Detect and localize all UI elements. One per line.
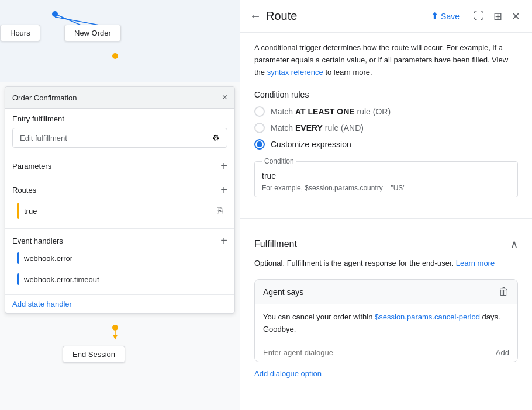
radio-label-3: Customize expression (271, 140, 351, 149)
edit-fulfillment-label: Edit fulfillment (20, 134, 67, 143)
bottom-flow: End Session (0, 318, 240, 365)
end-session-node[interactable]: End Session (63, 346, 125, 363)
new-order-node[interactable]: New Order (64, 25, 121, 41)
routes-section: Routes + true ⎘ (5, 178, 234, 229)
condition-rules-group: Match AT LEAST ONE rule (OR) Match EVERY… (254, 106, 518, 150)
save-label: Save (441, 12, 460, 21)
event-indicator-2 (17, 273, 19, 285)
order-confirmation-panel: Order Confirmation × Entry fulfillment E… (5, 86, 235, 314)
fulfillment-title: Fulfillment (254, 239, 297, 249)
fulfillment-header: Fulfillment ∧ (254, 238, 518, 251)
add-state-handler-button[interactable]: Add state handler (5, 295, 234, 313)
route-title: Route (266, 9, 424, 23)
webhook-error-text: webhook.error (24, 254, 72, 263)
event-handlers-section: Event handlers + webhook.error webhook.e… (5, 229, 234, 295)
session-param: $session.params.cancel-period (375, 312, 480, 321)
fulfillment-section: Fulfillment ∧ Optional. Fulfillment is t… (240, 228, 532, 387)
syntax-reference-link[interactable]: syntax reference (267, 68, 323, 77)
route-text: true (24, 207, 217, 216)
parameters-title: Parameters (12, 162, 51, 171)
condition-hint: For example, $session.params.country = "… (262, 184, 510, 192)
radio-label-1: Match AT LEAST ONE rule (OR) (271, 107, 391, 116)
webhook-error-timeout-text: webhook.error.timeout (24, 275, 99, 284)
back-button[interactable]: ← (250, 9, 261, 23)
save-button[interactable]: ⬆ Save (424, 7, 467, 25)
webhook-error-timeout-item[interactable]: webhook.error.timeout (12, 270, 227, 289)
routes-title: Routes (12, 186, 36, 194)
parameters-header[interactable]: Parameters + (12, 160, 227, 172)
panel-title: Order Confirmation (12, 93, 77, 102)
add-parameter-button[interactable]: + (220, 160, 227, 172)
close-icon[interactable]: ✕ (509, 8, 523, 25)
trash-icon[interactable]: 🗑 (499, 286, 509, 298)
grid-icon[interactable]: ⊞ (491, 8, 505, 25)
radio-circle-3[interactable] (254, 139, 265, 150)
condition-rules-label: Condition rules (254, 90, 518, 99)
route-item[interactable]: true ⎘ (12, 199, 227, 223)
add-dialogue-option-button[interactable]: Add dialogue option (254, 369, 322, 378)
section-divider (240, 218, 532, 219)
radio-circle-2[interactable] (254, 123, 265, 133)
radio-circle-1[interactable] (254, 106, 265, 117)
radio-at-least-one[interactable]: Match AT LEAST ONE rule (OR) (254, 106, 518, 117)
fullscreen-icon[interactable]: ⛶ (471, 8, 486, 25)
close-panel-button[interactable]: × (222, 93, 227, 102)
right-header: ← Route ⬆ Save ⛶ ⊞ ✕ (240, 0, 532, 33)
radio-every[interactable]: Match EVERY rule (AND) (254, 123, 518, 133)
agent-says-card: Agent says 🗑 You can cancel your order w… (254, 279, 518, 362)
hours-node[interactable]: Hours (0, 25, 40, 41)
add-route-button[interactable]: + (220, 184, 227, 196)
copy-icon: ⎘ (217, 206, 223, 216)
agent-says-title: Agent says (263, 287, 303, 297)
route-description: A conditional trigger determines how the… (254, 42, 518, 78)
right-panel: ← Route ⬆ Save ⛶ ⊞ ✕ A conditional trigg… (240, 0, 532, 410)
panel-header: Order Confirmation × (5, 87, 234, 109)
person-icon: ⚙ (212, 133, 220, 143)
svg-point-0 (52, 11, 58, 17)
svg-point-3 (112, 53, 118, 59)
event-handlers-title: Event handlers (12, 237, 63, 245)
radio-label-2: Match EVERY rule (AND) (271, 123, 364, 133)
left-panel: Hours New Order Order Confirmation × Ent… (0, 0, 240, 410)
condition-input[interactable] (262, 166, 510, 180)
condition-legend: Condition (262, 157, 296, 165)
agent-message: You can cancel your order within $sessio… (255, 304, 517, 343)
flow-canvas: Hours New Order (0, 0, 240, 82)
chevron-up-icon[interactable]: ∧ (510, 238, 518, 251)
event-handlers-header[interactable]: Event handlers + (12, 235, 227, 246)
route-indicator (17, 203, 19, 219)
learn-more-link[interactable]: Learn more (456, 259, 495, 267)
radio-customize[interactable]: Customize expression (254, 139, 518, 150)
dialogue-input-row: Add (255, 343, 517, 362)
entry-fulfillment-section: Entry fulfillment Edit fulfillment ⚙ (5, 109, 234, 154)
webhook-error-item[interactable]: webhook.error (12, 249, 227, 267)
parameters-section: Parameters + (5, 154, 234, 178)
dialogue-input[interactable] (263, 348, 496, 357)
entry-fulfillment-title: Entry fulfillment (12, 114, 64, 123)
add-event-handler-button[interactable]: + (220, 235, 227, 246)
condition-box: Condition For example, $session.params.c… (254, 161, 518, 197)
add-inline-button[interactable]: Add (496, 348, 509, 357)
entry-fulfillment-header[interactable]: Entry fulfillment (12, 114, 227, 123)
right-content: A conditional trigger determines how the… (240, 33, 532, 209)
routes-header[interactable]: Routes + (12, 184, 227, 196)
upload-icon: ⬆ (431, 11, 438, 22)
agent-says-header: Agent says 🗑 (255, 280, 517, 304)
header-icons: ⛶ ⊞ ✕ (471, 8, 523, 25)
event-indicator-1 (17, 252, 19, 264)
edit-fulfillment-row[interactable]: Edit fulfillment ⚙ (12, 128, 227, 148)
svg-point-4 (112, 325, 118, 331)
fulfillment-description: Optional. Fulfillment is the agent respo… (254, 258, 518, 270)
